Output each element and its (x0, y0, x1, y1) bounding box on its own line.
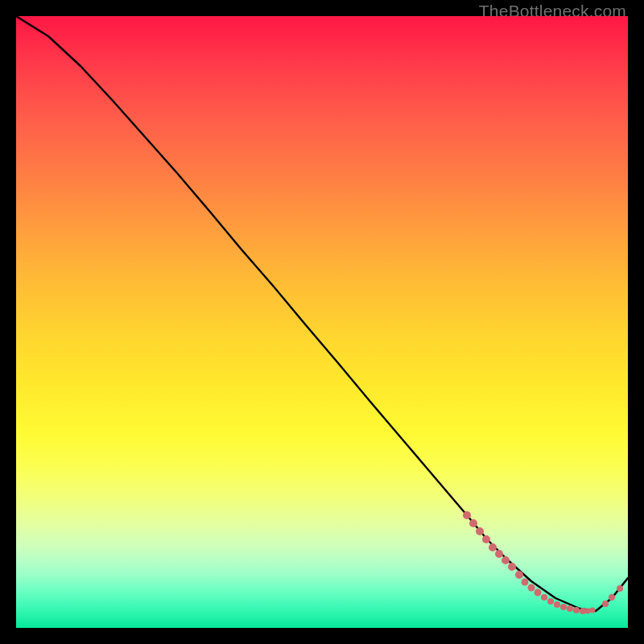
marker-dot (469, 519, 477, 527)
marker-dot (528, 584, 535, 592)
marker-dot (522, 579, 529, 586)
marker-dot (515, 571, 523, 579)
marker-dot (602, 601, 609, 607)
chart-frame: TheBottleneck.com (0, 0, 644, 644)
curve-line (16, 16, 628, 611)
marker-dot (554, 601, 560, 608)
marker-dot (502, 556, 510, 564)
marker-dot (547, 598, 554, 605)
curve-markers (463, 511, 623, 614)
marker-dot (482, 535, 490, 543)
marker-dot (573, 607, 580, 613)
marker-dot (567, 605, 573, 612)
marker-dot (489, 543, 497, 551)
marker-dot (609, 594, 615, 601)
marker-dot (590, 608, 596, 613)
marker-dot (560, 604, 567, 610)
marker-dot (617, 585, 623, 592)
chart-svg (16, 16, 628, 628)
marker-dot (535, 589, 542, 597)
marker-dot (495, 550, 503, 558)
plot-area (16, 16, 628, 628)
marker-dot (508, 563, 516, 571)
marker-dot (463, 511, 471, 519)
marker-dot (476, 527, 484, 535)
marker-dot (541, 594, 547, 601)
marker-dot (585, 609, 591, 614)
